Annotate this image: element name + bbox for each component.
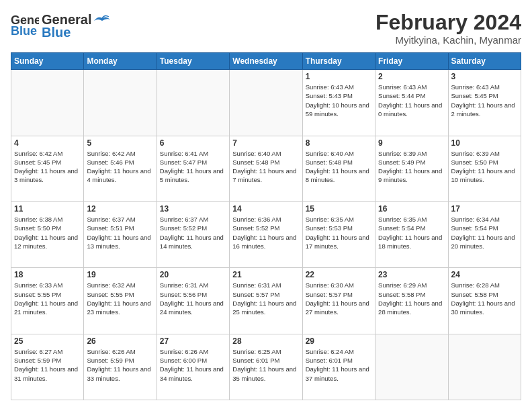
calendar-cell: 11Sunrise: 6:38 AM Sunset: 5:50 PM Dayli… <box>11 201 84 267</box>
calendar-cell: 17Sunrise: 6:34 AM Sunset: 5:54 PM Dayli… <box>448 201 521 267</box>
day-info: Sunrise: 6:37 AM Sunset: 5:52 PM Dayligh… <box>160 215 226 250</box>
day-number: 24 <box>451 270 518 279</box>
header: General Blue General Blue February 202 <box>11 11 521 46</box>
day-info: Sunrise: 6:24 AM Sunset: 6:01 PM Dayligh… <box>306 347 372 383</box>
week-row-3: 18Sunrise: 6:33 AM Sunset: 5:55 PM Dayli… <box>11 268 521 334</box>
day-info: Sunrise: 6:27 AM Sunset: 5:59 PM Dayligh… <box>14 347 81 383</box>
day-info: Sunrise: 6:31 AM Sunset: 5:56 PM Dayligh… <box>160 281 226 316</box>
day-number: 8 <box>306 138 372 148</box>
calendar-cell: 29Sunrise: 6:24 AM Sunset: 6:01 PM Dayli… <box>302 334 375 400</box>
calendar-cell: 3Sunrise: 6:43 AM Sunset: 5:45 PM Daylig… <box>448 70 521 136</box>
day-number: 13 <box>160 204 226 214</box>
day-number: 11 <box>14 204 81 214</box>
day-info: Sunrise: 6:35 AM Sunset: 5:53 PM Dayligh… <box>306 215 372 250</box>
calendar-cell: 13Sunrise: 6:37 AM Sunset: 5:52 PM Dayli… <box>157 201 229 267</box>
week-row-2: 11Sunrise: 6:38 AM Sunset: 5:50 PM Dayli… <box>11 201 521 267</box>
calendar-cell: 4Sunrise: 6:42 AM Sunset: 5:45 PM Daylig… <box>11 136 84 201</box>
calendar-cell: 18Sunrise: 6:33 AM Sunset: 5:55 PM Dayli… <box>11 268 84 334</box>
weekday-header-saturday: Saturday <box>448 53 521 70</box>
weekday-header-friday: Friday <box>375 53 448 70</box>
calendar-cell <box>448 334 521 400</box>
day-info: Sunrise: 6:26 AM Sunset: 6:00 PM Dayligh… <box>160 347 226 383</box>
day-number: 19 <box>87 270 153 279</box>
day-number: 15 <box>306 204 372 214</box>
day-info: Sunrise: 6:28 AM Sunset: 5:58 PM Dayligh… <box>451 281 518 316</box>
calendar-cell: 22Sunrise: 6:30 AM Sunset: 5:57 PM Dayli… <box>302 268 375 334</box>
calendar-cell: 1Sunrise: 6:43 AM Sunset: 5:43 PM Daylig… <box>302 70 375 136</box>
calendar-cell: 5Sunrise: 6:42 AM Sunset: 5:46 PM Daylig… <box>84 136 157 201</box>
day-number: 28 <box>232 336 299 346</box>
day-number: 12 <box>87 204 153 214</box>
day-number: 7 <box>232 138 299 148</box>
calendar-cell: 27Sunrise: 6:26 AM Sunset: 6:00 PM Dayli… <box>157 334 229 400</box>
weekday-header-sunday: Sunday <box>11 53 84 70</box>
day-number: 4 <box>14 138 81 148</box>
calendar-cell: 6Sunrise: 6:41 AM Sunset: 5:47 PM Daylig… <box>157 136 229 201</box>
day-info: Sunrise: 6:26 AM Sunset: 5:59 PM Dayligh… <box>87 347 153 383</box>
calendar-cell: 28Sunrise: 6:25 AM Sunset: 6:01 PM Dayli… <box>230 334 302 400</box>
day-number: 1 <box>306 72 372 81</box>
day-number: 3 <box>451 72 518 81</box>
calendar-cell <box>157 70 229 136</box>
day-number: 16 <box>378 204 445 214</box>
day-info: Sunrise: 6:32 AM Sunset: 5:55 PM Dayligh… <box>87 281 153 316</box>
day-info: Sunrise: 6:41 AM Sunset: 5:47 PM Dayligh… <box>160 149 226 185</box>
weekday-header-wednesday: Wednesday <box>230 53 302 70</box>
day-number: 18 <box>14 270 81 279</box>
month-year: February 2024 <box>375 11 521 34</box>
day-info: Sunrise: 6:43 AM Sunset: 5:45 PM Dayligh… <box>451 83 518 118</box>
calendar-cell: 24Sunrise: 6:28 AM Sunset: 5:58 PM Dayli… <box>448 268 521 334</box>
day-number: 17 <box>451 204 518 214</box>
day-info: Sunrise: 6:36 AM Sunset: 5:52 PM Dayligh… <box>232 215 299 250</box>
weekday-header-monday: Monday <box>84 53 157 70</box>
day-number: 21 <box>232 270 299 279</box>
day-info: Sunrise: 6:33 AM Sunset: 5:55 PM Dayligh… <box>14 281 81 316</box>
day-info: Sunrise: 6:35 AM Sunset: 5:54 PM Dayligh… <box>378 215 445 250</box>
location: Myitkyina, Kachin, Myanmar <box>375 34 521 46</box>
title-section: February 2024 Myitkyina, Kachin, Myanmar <box>375 11 521 46</box>
day-number: 22 <box>306 270 372 279</box>
day-info: Sunrise: 6:29 AM Sunset: 5:58 PM Dayligh… <box>378 281 445 316</box>
day-info: Sunrise: 6:40 AM Sunset: 5:48 PM Dayligh… <box>232 149 299 185</box>
day-number: 2 <box>378 72 445 81</box>
calendar-cell: 15Sunrise: 6:35 AM Sunset: 5:53 PM Dayli… <box>302 201 375 267</box>
day-number: 6 <box>160 138 226 148</box>
weekday-header-tuesday: Tuesday <box>157 53 229 70</box>
logo-blue-text: Blue <box>42 25 71 40</box>
day-number: 20 <box>160 270 226 279</box>
calendar-cell: 26Sunrise: 6:26 AM Sunset: 5:59 PM Dayli… <box>84 334 157 400</box>
week-row-0: 1Sunrise: 6:43 AM Sunset: 5:43 PM Daylig… <box>11 70 521 136</box>
logo: General Blue General Blue <box>11 11 112 40</box>
day-number: 14 <box>232 204 299 214</box>
day-info: Sunrise: 6:39 AM Sunset: 5:50 PM Dayligh… <box>451 149 518 185</box>
weekday-header-row: SundayMondayTuesdayWednesdayThursdayFrid… <box>11 53 521 70</box>
day-info: Sunrise: 6:34 AM Sunset: 5:54 PM Dayligh… <box>451 215 518 250</box>
day-info: Sunrise: 6:42 AM Sunset: 5:46 PM Dayligh… <box>87 149 153 185</box>
week-row-4: 25Sunrise: 6:27 AM Sunset: 5:59 PM Dayli… <box>11 334 521 400</box>
logo-icon: General Blue <box>11 12 39 36</box>
day-info: Sunrise: 6:40 AM Sunset: 5:48 PM Dayligh… <box>306 149 372 185</box>
day-number: 27 <box>160 336 226 346</box>
day-info: Sunrise: 6:42 AM Sunset: 5:45 PM Dayligh… <box>14 149 81 185</box>
calendar-cell: 12Sunrise: 6:37 AM Sunset: 5:51 PM Dayli… <box>84 201 157 267</box>
day-number: 5 <box>87 138 153 148</box>
calendar-cell: 16Sunrise: 6:35 AM Sunset: 5:54 PM Dayli… <box>375 201 448 267</box>
day-info: Sunrise: 6:43 AM Sunset: 5:43 PM Dayligh… <box>306 83 372 118</box>
svg-text:Blue: Blue <box>11 24 37 36</box>
week-row-1: 4Sunrise: 6:42 AM Sunset: 5:45 PM Daylig… <box>11 136 521 201</box>
day-info: Sunrise: 6:38 AM Sunset: 5:50 PM Dayligh… <box>14 215 81 250</box>
bird-icon <box>93 14 112 26</box>
calendar-cell: 21Sunrise: 6:31 AM Sunset: 5:57 PM Dayli… <box>230 268 302 334</box>
day-info: Sunrise: 6:25 AM Sunset: 6:01 PM Dayligh… <box>232 347 299 383</box>
day-info: Sunrise: 6:39 AM Sunset: 5:49 PM Dayligh… <box>378 149 445 185</box>
day-number: 9 <box>378 138 445 148</box>
day-info: Sunrise: 6:31 AM Sunset: 5:57 PM Dayligh… <box>232 281 299 316</box>
day-number: 25 <box>14 336 81 346</box>
day-info: Sunrise: 6:37 AM Sunset: 5:51 PM Dayligh… <box>87 215 153 250</box>
weekday-header-thursday: Thursday <box>302 53 375 70</box>
calendar-cell: 25Sunrise: 6:27 AM Sunset: 5:59 PM Dayli… <box>11 334 84 400</box>
day-number: 26 <box>87 336 153 346</box>
day-number: 29 <box>306 336 372 346</box>
day-info: Sunrise: 6:43 AM Sunset: 5:44 PM Dayligh… <box>378 83 445 118</box>
day-number: 10 <box>451 138 518 148</box>
